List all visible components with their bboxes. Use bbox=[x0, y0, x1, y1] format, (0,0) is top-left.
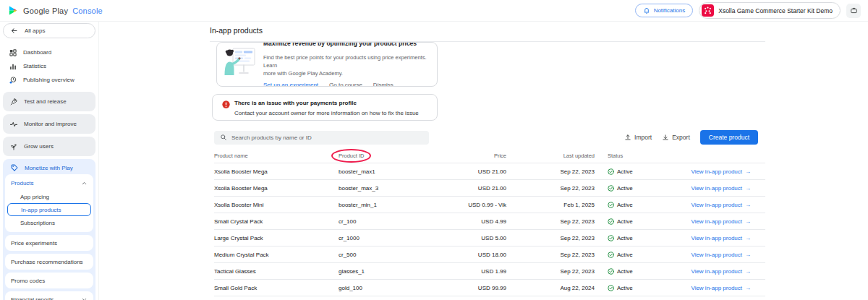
product-id-cell: booster_max1 bbox=[339, 168, 441, 175]
view-link-label: View in-app product bbox=[691, 218, 742, 225]
back-arrow-icon bbox=[10, 27, 18, 35]
app-selector[interactable]: Xsolla Game Commerce Starter Kit Demo bbox=[699, 2, 841, 19]
create-product-button[interactable]: Create product bbox=[700, 130, 758, 145]
sidebar-item-grow-users[interactable]: Grow users bbox=[3, 137, 95, 156]
arrow-right-icon: → bbox=[745, 235, 751, 241]
sidebar-item-dashboard[interactable]: Dashboard bbox=[0, 46, 98, 59]
product-id-cell: cr_100 bbox=[339, 218, 441, 225]
google-play-console-logo[interactable]: Google Play Console bbox=[0, 5, 103, 16]
status-cell: Active bbox=[595, 168, 680, 175]
sidebar-item-label: App pricing bbox=[20, 194, 49, 200]
promo-body-line: Find the best price points for your prod… bbox=[263, 53, 433, 69]
toolbar-actions: Import Export Create product bbox=[624, 130, 758, 145]
product-name-cell: Xsolla Booster Mega bbox=[214, 185, 339, 192]
promo-title: Maximize revenue by optimizing your prod… bbox=[263, 43, 417, 47]
check-circle-icon bbox=[608, 285, 614, 291]
table-row: Large Crystal Packcr_1000USD 5.00Sep 22,… bbox=[214, 230, 765, 247]
top-bar-right: Notifications Xsolla Game Commerce Start… bbox=[635, 2, 868, 19]
sidebar-item-in-app-products[interactable]: In-app products bbox=[7, 203, 91, 216]
go-to-course-link[interactable]: Go to course bbox=[329, 82, 362, 87]
status-badge: Active bbox=[617, 268, 633, 275]
google-play-console-app: Google Play Console Notifications bbox=[0, 0, 868, 300]
sidebar-sections: Test and releaseMonitor and improveGrow … bbox=[0, 92, 98, 156]
table-row: Small Gold Packgold_100USD 99.99Aug 22, … bbox=[214, 280, 765, 296]
sidebar-item-label: Publishing overview bbox=[23, 77, 75, 83]
sidebar-item-statistics[interactable]: Statistics bbox=[0, 59, 98, 73]
view-in-app-product-link[interactable]: View in-app product→ bbox=[680, 202, 765, 208]
column-header-label: Product name bbox=[214, 153, 248, 159]
monetize-links: Price experimentsPurchase recommendation… bbox=[5, 235, 93, 300]
status-cell: Active bbox=[595, 218, 680, 225]
view-in-app-product-link[interactable]: View in-app product→ bbox=[680, 235, 765, 241]
search-box[interactable] bbox=[214, 131, 429, 145]
view-in-app-product-link[interactable]: View in-app product→ bbox=[680, 185, 765, 192]
column-header-product-id: Product ID bbox=[339, 153, 441, 159]
alert-body: Contact your account owner for more info… bbox=[234, 110, 419, 116]
error-icon bbox=[222, 100, 230, 108]
dismiss-link[interactable]: Dismiss bbox=[373, 82, 393, 87]
view-link-label: View in-app product bbox=[691, 168, 742, 175]
view-in-app-product-link[interactable]: View in-app product→ bbox=[680, 218, 765, 225]
sidebar-item-products[interactable]: Products bbox=[5, 176, 93, 190]
sidebar-item-label: In-app products bbox=[21, 207, 61, 213]
workspace-button[interactable] bbox=[846, 4, 861, 18]
status-badge: Active bbox=[617, 218, 633, 225]
view-in-app-product-link[interactable]: View in-app product→ bbox=[680, 168, 765, 175]
status-badge: Active bbox=[617, 285, 633, 291]
arrow-right-icon: → bbox=[745, 202, 751, 208]
sidebar-item-purchase-recommendations[interactable]: Purchase recommendations bbox=[5, 254, 93, 270]
view-link-label: View in-app product bbox=[691, 235, 742, 241]
set-up-an-experiment-link[interactable]: Set up an experiment bbox=[263, 82, 318, 87]
price-cell: USD 21.00 bbox=[441, 185, 506, 192]
sidebar-item-label: Subscriptions bbox=[20, 220, 55, 226]
sidebar: All apps DashboardStatisticsPublishing o… bbox=[0, 22, 99, 300]
check-circle-icon bbox=[608, 268, 614, 275]
view-in-app-product-link[interactable]: View in-app product→ bbox=[680, 252, 765, 258]
column-header-label: Price bbox=[494, 153, 506, 159]
alert-title: There is an issue with your payments pro… bbox=[234, 100, 357, 106]
sidebar-item-monetize-with-play[interactable]: Monetize with Play bbox=[5, 161, 93, 174]
sidebar-item-price-experiments[interactable]: Price experiments bbox=[5, 235, 93, 251]
product-id-cell: glasses_1 bbox=[339, 268, 441, 275]
product-name-cell: Small Crystal Pack bbox=[214, 218, 339, 225]
view-in-app-product-link[interactable]: View in-app product→ bbox=[680, 285, 765, 291]
view-in-app-product-link[interactable]: View in-app product→ bbox=[680, 268, 765, 275]
sidebar-item-monitor-and-improve[interactable]: Monitor and improve bbox=[3, 114, 95, 134]
last-updated-cell: Feb 1, 2025 bbox=[506, 202, 595, 208]
monetize-section: Monetize with Play Products App pricingI… bbox=[3, 159, 95, 300]
table-header-row: Product nameProduct IDPriceLast updatedS… bbox=[214, 149, 765, 163]
status-badge: Active bbox=[617, 235, 633, 241]
product-name-cell: Small Gold Pack bbox=[214, 285, 339, 291]
arrow-right-icon: → bbox=[745, 218, 751, 225]
table-row: Xsolla Booster Minibooster_min_1USD 0.99… bbox=[214, 197, 765, 213]
table-body: Xsolla Booster Megabooster_max1USD 21.00… bbox=[214, 163, 765, 296]
sidebar-item-app-pricing[interactable]: App pricing bbox=[5, 190, 93, 203]
play-triangle-icon bbox=[8, 5, 19, 16]
arrow-right-icon: → bbox=[745, 168, 751, 175]
search-input[interactable] bbox=[231, 134, 423, 141]
download-icon bbox=[662, 134, 669, 141]
product-name-cell: Xsolla Booster Mini bbox=[214, 202, 339, 208]
price-cell: USD 18.00 bbox=[441, 252, 506, 258]
all-apps-button[interactable]: All apps bbox=[3, 23, 95, 38]
sidebar-item-subscriptions[interactable]: Subscriptions bbox=[5, 216, 93, 229]
product-id-cell: booster_max_3 bbox=[339, 185, 441, 192]
dashboard-icon bbox=[9, 48, 17, 57]
import-button[interactable]: Import bbox=[624, 134, 652, 141]
sidebar-item-financial-reports[interactable]: Financial reports bbox=[5, 291, 93, 300]
annotated-header: Product ID bbox=[339, 153, 364, 159]
notifications-button[interactable]: Notifications bbox=[635, 4, 694, 17]
status-cell: Active bbox=[595, 202, 680, 208]
export-button[interactable]: Export bbox=[662, 134, 690, 141]
check-circle-icon bbox=[608, 252, 614, 258]
all-apps-label: All apps bbox=[25, 27, 45, 34]
tag-icon bbox=[10, 163, 19, 172]
products-group: Products App pricingIn-app productsSubsc… bbox=[5, 174, 93, 232]
sidebar-item-promo-codes[interactable]: Promo codes bbox=[5, 273, 93, 288]
sidebar-item-publishing-overview[interactable]: Publishing overview bbox=[0, 73, 98, 87]
column-header-price: Price bbox=[441, 153, 506, 159]
arrow-right-icon: → bbox=[745, 252, 751, 258]
check-circle-icon bbox=[608, 235, 614, 241]
sidebar-item-label: Price experiments bbox=[11, 240, 57, 247]
sidebar-item-test-and-release[interactable]: Test and release bbox=[3, 92, 95, 111]
